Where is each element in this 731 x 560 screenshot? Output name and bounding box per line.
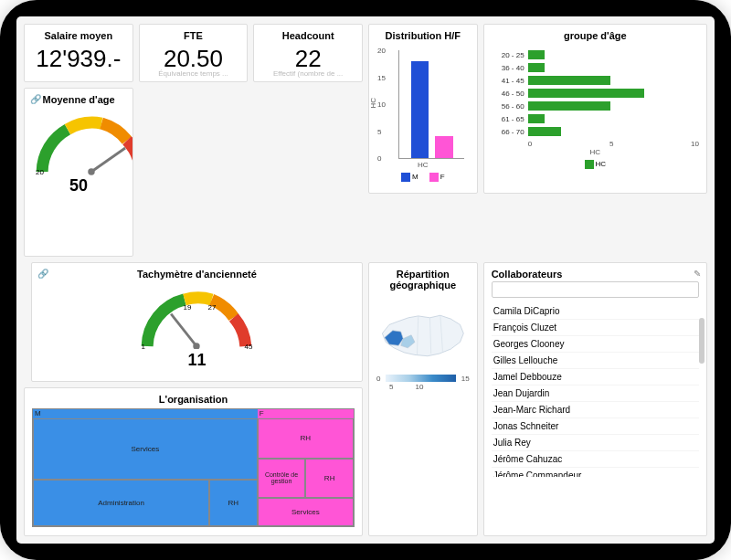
tm-controle: Contrôle de gestion — [258, 459, 306, 499]
scrollbar[interactable] — [699, 318, 705, 364]
geo-title: Répartition géographique — [376, 269, 470, 291]
pencil-icon[interactable]: ✎ — [694, 269, 701, 279]
list-item[interactable]: Jean-Marc Richard — [492, 402, 699, 418]
kpi-salary-value: 12'939.- — [32, 45, 125, 73]
dashboard-screen: Salaire moyen 12'939.- FTE 20.50 Équival… — [16, 16, 715, 544]
gauge-tenure: 1 19 27 45 — [137, 287, 256, 349]
collaborators-card: ✎ Collaborateurs Camila DiCaprioFrançois… — [483, 262, 707, 536]
kpi-fte: FTE 20.50 Équivalence temps ... — [139, 24, 249, 82]
tm-services-f: Services — [258, 498, 354, 526]
list-item[interactable]: Jérôme Commandeur — [492, 468, 699, 477]
svg-point-1 — [88, 168, 94, 174]
distribution-plot: 0 5 10 15 20 — [398, 50, 464, 159]
list-item[interactable]: Jean Dujardin — [492, 386, 699, 402]
gauge-age-card[interactable]: 🔗 Moyenne d'age 20 65 50 — [24, 88, 133, 257]
chart-distribution-hf: Distribution H/F HC 0 5 10 15 20 HC M F — [368, 24, 478, 194]
list-item[interactable]: Georges Clooney — [492, 336, 699, 353]
list-item[interactable]: Jonas Schneiter — [492, 418, 699, 435]
list-item[interactable]: Jamel Debbouze — [492, 369, 699, 386]
bar-m — [411, 61, 429, 158]
tm-rh-f2: RH — [305, 459, 354, 499]
svg-line-0 — [91, 148, 125, 172]
list-item[interactable]: Camila DiCaprio — [492, 303, 699, 320]
chart-distribution-title: Distribution H/F — [376, 30, 470, 41]
kpi-headcount-title: Headcount — [261, 30, 355, 41]
age-group-bars: 20 - 2536 - 4041 - 4546 - 5056 - 6061 - … — [492, 45, 699, 140]
kpi-headcount: Headcount 22 Effectif (nombre de ... — [253, 24, 363, 82]
gauge-tenure-card[interactable]: 🔗 Tachymètre d'ancienneté 1 19 27 45 11 — [31, 262, 363, 382]
chart-age-group: groupe d'âge 20 - 2536 - 4041 - 4546 - 5… — [483, 24, 707, 194]
collab-title: Collaborateurs — [492, 269, 699, 280]
svg-point-3 — [194, 343, 200, 349]
collab-list[interactable]: Camila DiCaprioFrançois CluzetGeorges Cl… — [492, 303, 699, 477]
chart-organisation: L'organisation M Services Administration… — [24, 387, 363, 536]
gauge-tenure-value: 11 — [39, 351, 355, 370]
list-item[interactable]: Jérôme Cahuzac — [492, 451, 699, 468]
kpi-fte-title: FTE — [147, 30, 240, 41]
axis-x-label: HC — [376, 161, 470, 169]
chart-geo: Répartition géographique 015 510 — [368, 262, 478, 536]
list-item[interactable]: Julia Rey — [492, 435, 699, 451]
gauge-age: 20 65 — [32, 112, 133, 174]
collab-search-input[interactable] — [492, 281, 699, 298]
age-group-xlabel: HC — [492, 148, 699, 156]
geo-legend: 015 — [376, 375, 470, 383]
axis-y-label: HC — [368, 98, 376, 109]
kpi-fte-sub: Équivalence temps ... — [140, 69, 248, 78]
switzerland-map — [376, 301, 470, 365]
link-icon[interactable]: 🔗 — [30, 94, 41, 104]
tablet-frame: Salaire moyen 12'939.- FTE 20.50 Équival… — [0, 0, 731, 560]
bar-f — [435, 136, 453, 158]
age-group-title: groupe d'âge — [492, 30, 699, 41]
link-icon[interactable]: 🔗 — [37, 269, 48, 279]
kpi-headcount-sub: Effectif (nombre de ... — [254, 69, 362, 78]
org-title: L'organisation — [32, 394, 355, 405]
svg-line-2 — [172, 313, 197, 345]
distribution-legend: M F — [376, 173, 470, 182]
tm-admin: Administration — [33, 480, 209, 526]
tm-services: Services — [33, 418, 258, 480]
tm-rh-m: RH — [209, 480, 258, 526]
org-treemap: M Services Administration RH F RH Contrô… — [32, 408, 355, 527]
tm-rh-f: RH — [258, 418, 354, 459]
gauge-age-title: Moyenne d'age — [32, 94, 125, 105]
gauge-age-value: 50 — [32, 176, 125, 195]
kpi-salary-title: Salaire moyen — [32, 30, 125, 41]
list-item[interactable]: Gilles Lellouche — [492, 353, 699, 369]
gauge-tenure-title: Tachymètre d'ancienneté — [39, 269, 355, 280]
list-item[interactable]: François Cluzet — [492, 320, 699, 336]
kpi-salary: Salaire moyen 12'939.- — [24, 24, 133, 82]
